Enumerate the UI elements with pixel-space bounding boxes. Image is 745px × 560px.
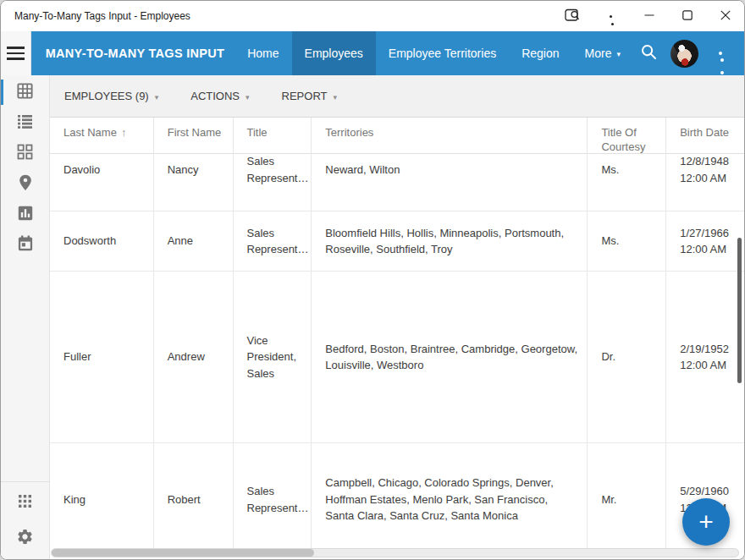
gear-icon <box>16 528 34 548</box>
column-header-title[interactable]: Title <box>234 118 312 153</box>
search-button[interactable] <box>633 38 664 69</box>
sidebar-item-chart[interactable] <box>1 199 49 229</box>
hamburger-icon <box>7 47 25 49</box>
maximize-icon <box>682 10 693 23</box>
table-grid-icon <box>17 83 33 102</box>
column-header-last-name[interactable]: Last Name↑ <box>50 118 154 153</box>
app-bar-blue: MANY-TO-MANY TAGS INPUT Home Employees E… <box>31 31 744 75</box>
tiles-icon <box>17 144 33 162</box>
sidebar-item-settings[interactable] <box>1 520 49 556</box>
nav-tab-employee-territories[interactable]: Employee Territories <box>376 31 509 75</box>
cell-last-name[interactable]: Dodsworth <box>50 211 154 271</box>
sidebar-item-map[interactable] <box>1 168 49 199</box>
window-title: Many-To-Many Tags Input - Employees <box>14 10 190 22</box>
cell-title-of-courtesy[interactable]: Dr. <box>588 272 666 442</box>
cell-title[interactable]: Sales Represent… <box>234 154 312 211</box>
cell-territories[interactable]: Neward, Wilton <box>312 154 588 211</box>
horizontal-scrollbar-thumb[interactable] <box>52 549 314 557</box>
column-header-territories[interactable]: Territories <box>312 118 588 153</box>
sidebar-item-apps[interactable] <box>1 485 49 520</box>
cell-birth-date[interactable]: 1/27/1966 12:00 AM <box>666 211 744 271</box>
column-header-birth-date[interactable]: Birth Date <box>666 118 744 153</box>
close-icon <box>720 10 731 23</box>
app-bar: MANY-TO-MANY TAGS INPUT Home Employees E… <box>1 31 744 75</box>
vertical-scrollbar-thumb[interactable] <box>737 238 742 383</box>
column-header-title-of-courtesy[interactable]: Title Of Courtesy <box>588 118 666 153</box>
user-avatar[interactable] <box>670 38 698 69</box>
sidebar-item-tiles[interactable] <box>1 138 49 168</box>
report-menu-button[interactable]: REPORT ▾ <box>282 90 337 102</box>
main-nav: Home Employees Employee Territories Regi… <box>235 31 633 75</box>
cell-territories[interactable]: Bloomfield Hills, Hollis, Minneapolis, P… <box>312 211 588 271</box>
main-content: EMPLOYEES (9) ▾ ACTIONS ▾ REPORT ▾ Last … <box>50 75 744 559</box>
cell-last-name[interactable]: King <box>50 443 154 549</box>
find-in-window-icon <box>565 8 581 25</box>
cell-title-of-courtesy[interactable]: Mr. <box>588 443 666 549</box>
title-bar: Many-To-Many Tags Input - Employees <box>1 1 744 31</box>
find-in-window-button[interactable] <box>554 1 592 31</box>
table-row[interactable]: Davolio Nancy Sales Represent… Neward, W… <box>50 154 744 211</box>
cell-birth-date[interactable]: 2/19/1952 12:00 AM <box>666 272 744 442</box>
ellipsis-icon <box>610 15 612 18</box>
avatar-image <box>670 40 698 68</box>
minimize-button[interactable] <box>630 1 668 31</box>
bar-chart-icon <box>18 206 33 223</box>
appbar-right-cluster <box>633 38 744 69</box>
column-header-label: Last Name <box>63 126 117 139</box>
employees-menu-button[interactable]: EMPLOYEES (9) ▾ <box>64 90 158 102</box>
cell-first-name[interactable]: Nancy <box>154 154 234 211</box>
chevron-down-icon: ▾ <box>155 93 159 102</box>
cell-first-name[interactable]: Anne <box>154 211 234 271</box>
cell-birth-date[interactable]: 12/8/1948 12:00 AM <box>666 154 744 211</box>
horizontal-scrollbar[interactable] <box>51 548 739 557</box>
nav-more-label: More <box>585 47 612 60</box>
cell-title-of-courtesy[interactable]: Ms. <box>588 154 666 211</box>
grid-body: Davolio Nancy Sales Represent… Neward, W… <box>50 154 744 549</box>
column-header-first-name[interactable]: First Name <box>154 118 234 153</box>
report-menu-label: REPORT <box>282 90 328 102</box>
grid-toolbar: EMPLOYEES (9) ▾ ACTIONS ▾ REPORT ▾ <box>50 75 744 118</box>
ellipsis-icon <box>719 52 722 55</box>
sidebar-item-data-grid[interactable] <box>1 77 49 107</box>
cell-title[interactable]: Vice President, Sales <box>234 272 312 442</box>
close-button[interactable] <box>706 1 744 31</box>
maximize-button[interactable] <box>668 1 706 31</box>
cell-title-of-courtesy[interactable]: Ms. <box>588 211 666 271</box>
cell-title[interactable]: Sales Represent… <box>234 443 312 549</box>
app-title: MANY-TO-MANY TAGS INPUT <box>46 47 225 60</box>
sort-ascending-icon: ↑ <box>121 127 126 139</box>
cell-territories[interactable]: Campbell, Chicago, Colorado Springs, Den… <box>312 443 588 549</box>
list-icon <box>17 114 33 131</box>
nav-tab-region[interactable]: Region <box>509 31 571 75</box>
grid-header-row: Last Name↑ First Name Title Territories … <box>50 118 744 154</box>
hamburger-cell <box>1 31 31 75</box>
chevron-down-icon: ▾ <box>246 93 250 102</box>
cell-first-name[interactable]: Andrew <box>154 272 234 442</box>
sidebar-item-list[interactable] <box>1 107 49 138</box>
appbar-overflow-button[interactable] <box>705 38 736 69</box>
chevron-down-icon: ▾ <box>334 93 338 102</box>
cell-first-name[interactable]: Robert <box>154 443 234 549</box>
minimize-icon <box>644 10 654 23</box>
table-row[interactable]: Fuller Andrew Vice President, Sales Bedf… <box>50 272 744 443</box>
cell-last-name[interactable]: Fuller <box>50 272 154 442</box>
location-pin-icon <box>19 174 32 194</box>
cell-territories[interactable]: Bedford, Boston, Braintree, Cambridge, G… <box>312 272 588 442</box>
hamburger-menu-button[interactable] <box>7 47 25 60</box>
cell-title[interactable]: Sales Represent… <box>234 211 312 271</box>
nav-tab-more[interactable]: More ▾ <box>572 31 633 75</box>
sidebar <box>1 75 50 559</box>
actions-menu-button[interactable]: ACTIONS ▾ <box>190 90 249 102</box>
sidebar-item-calendar[interactable] <box>1 229 49 260</box>
nav-tab-employees[interactable]: Employees <box>292 31 376 75</box>
sidebar-bottom-group <box>1 481 49 556</box>
titlebar-more-button[interactable] <box>592 1 630 31</box>
window-controls <box>554 1 744 31</box>
table-row[interactable]: Dodsworth Anne Sales Represent… Bloomfie… <box>50 211 744 272</box>
nav-tab-home[interactable]: Home <box>235 31 291 75</box>
table-row[interactable]: King Robert Sales Represent… Campbell, C… <box>50 443 744 549</box>
apps-grid-icon <box>18 494 32 511</box>
add-row-button[interactable]: + <box>682 498 730 546</box>
search-icon <box>640 43 658 63</box>
cell-last-name[interactable]: Davolio <box>50 154 154 211</box>
